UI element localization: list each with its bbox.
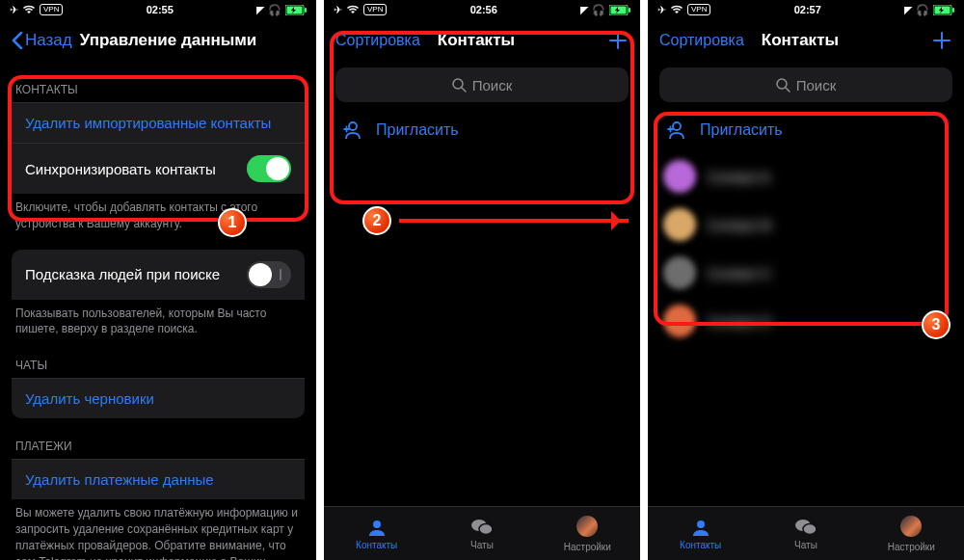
contacts-header: КОНТАКТЫ	[12, 69, 305, 102]
contact-row[interactable]: Contact C	[648, 249, 964, 297]
svg-rect-5	[629, 8, 630, 13]
svg-rect-2	[305, 8, 307, 13]
tab-label: Контакты	[356, 540, 397, 550]
cell-label: Удалить импортированные контакты	[25, 115, 271, 131]
screen-1-data-management: ✈ VPN 02:55 ◤ 🎧 Назад Управление данными…	[0, 0, 316, 560]
tab-chats[interactable]: Чаты	[429, 507, 534, 560]
settings-tab-icon	[576, 516, 598, 540]
page-title: Контакты	[762, 31, 839, 50]
page-title: Контакты	[438, 31, 515, 50]
tab-label: Чаты	[794, 540, 817, 550]
plus-icon	[931, 30, 952, 51]
tab-settings[interactable]: Настройки	[535, 507, 640, 560]
tab-bar: Контакты Чаты Настройки	[648, 506, 964, 560]
wifi-icon	[22, 5, 36, 14]
delete-payments[interactable]: Удалить платежные данные	[12, 459, 305, 499]
nav-header: Сортировка Контакты	[324, 19, 640, 62]
avatar	[663, 208, 696, 241]
tab-contacts[interactable]: Контакты	[648, 507, 753, 560]
invite-label: Пригласить	[376, 121, 459, 139]
suggest-people-cell: Подсказка людей при поиске	[12, 250, 305, 300]
airplane-icon: ✈	[10, 4, 18, 16]
sync-contacts-cell: Синхронизировать контакты	[12, 143, 305, 194]
chats-tab-icon	[794, 517, 817, 538]
invite-button[interactable]: Пригласить	[648, 108, 964, 152]
nav-header: Сортировка Контакты	[648, 19, 964, 62]
tab-bar: Контакты Чаты Настройки	[324, 506, 640, 560]
sort-button[interactable]: Сортировка	[659, 32, 744, 49]
avatar	[663, 256, 696, 289]
vpn-badge: VPN	[40, 4, 63, 15]
cell-label: Подсказка людей при поиске	[25, 266, 220, 282]
add-contact-button[interactable]	[931, 30, 952, 51]
delete-drafts[interactable]: Удалить черновики	[12, 378, 305, 418]
sync-contacts-toggle[interactable]	[247, 155, 291, 182]
tab-contacts[interactable]: Контакты	[324, 507, 429, 560]
vpn-badge: VPN	[363, 4, 387, 15]
tab-chats[interactable]: Чаты	[753, 507, 858, 560]
invite-icon	[665, 120, 686, 141]
annotation-badge-1: 1	[218, 208, 247, 237]
airplane-icon: ✈	[657, 4, 666, 16]
location-icon: ◤	[256, 4, 264, 16]
back-label: Назад	[25, 31, 72, 50]
tab-label: Чаты	[470, 540, 494, 550]
location-icon: ◤	[580, 4, 588, 16]
contact-name: Contact C	[708, 265, 949, 281]
svg-point-8	[373, 520, 381, 528]
contact-row[interactable]: Contact B	[648, 200, 964, 249]
avatar	[663, 305, 696, 337]
location-icon: ◤	[904, 4, 912, 16]
search-placeholder: Поиск	[472, 77, 513, 93]
page-title: Управление данными	[80, 31, 257, 50]
svg-point-18	[803, 524, 817, 535]
svg-point-15	[673, 122, 681, 130]
airplane-icon: ✈	[334, 4, 342, 16]
headphones-icon: 🎧	[592, 4, 605, 16]
chats-group: ЧАТЫ Удалить черновики	[12, 345, 305, 418]
annotation-badge-2: 2	[362, 206, 391, 235]
contact-row[interactable]: Contact D	[648, 297, 964, 345]
add-contact-button[interactable]	[607, 30, 629, 51]
status-bar: ✈ VPN 02:57 ◤ 🎧	[648, 0, 964, 19]
contact-row[interactable]: Contact A	[648, 152, 964, 200]
search-bar[interactable]: Поиск	[335, 67, 629, 102]
invite-label: Пригласить	[700, 121, 783, 139]
chevron-left-icon	[12, 32, 23, 49]
wifi-icon	[670, 5, 683, 14]
invite-button[interactable]: Пригласить	[324, 108, 640, 152]
suggest-people-toggle[interactable]	[247, 261, 291, 288]
screen-3-contacts-list: ✈ VPN 02:57 ◤ 🎧 Сортировка Контакты Поис…	[648, 0, 964, 560]
battery-icon	[933, 5, 954, 15]
tab-settings[interactable]: Настройки	[859, 507, 964, 560]
contacts-tab-icon	[366, 517, 388, 538]
plus-icon	[607, 30, 629, 51]
contacts-tab-icon	[690, 517, 711, 538]
status-bar: ✈ VPN 02:55 ◤ 🎧	[0, 0, 316, 19]
search-icon	[776, 78, 790, 93]
annotation-arrow	[399, 219, 629, 223]
search-bar[interactable]: Поиск	[659, 67, 952, 102]
delete-imported-contacts[interactable]: Удалить импортированные контакты	[12, 102, 305, 143]
chats-header: ЧАТЫ	[12, 345, 305, 378]
back-button[interactable]: Назад	[12, 31, 72, 50]
tab-label: Контакты	[680, 540, 721, 550]
payments-footer: Вы можете удалить свою платёжную информа…	[12, 499, 305, 560]
contacts-group: КОНТАКТЫ Удалить импортированные контакт…	[12, 69, 305, 232]
status-time: 02:55	[147, 4, 174, 15]
sort-button[interactable]: Сортировка	[335, 32, 420, 49]
search-placeholder: Поиск	[796, 77, 837, 93]
contact-name: Contact D	[708, 313, 949, 330]
avatar	[663, 160, 696, 193]
cell-label: Удалить платежные данные	[25, 471, 214, 488]
headphones-icon: 🎧	[916, 4, 929, 16]
svg-point-16	[697, 520, 705, 528]
chats-tab-icon	[470, 517, 494, 538]
svg-point-10	[479, 524, 493, 535]
contact-name: Contact B	[708, 217, 949, 233]
svg-rect-13	[952, 8, 954, 13]
screen-2-contacts-empty: ✈ VPN 02:56 ◤ 🎧 Сортировка Контакты Поис…	[324, 0, 640, 560]
wifi-icon	[346, 5, 360, 14]
search-icon	[452, 78, 467, 93]
contact-name: Contact A	[708, 169, 949, 185]
